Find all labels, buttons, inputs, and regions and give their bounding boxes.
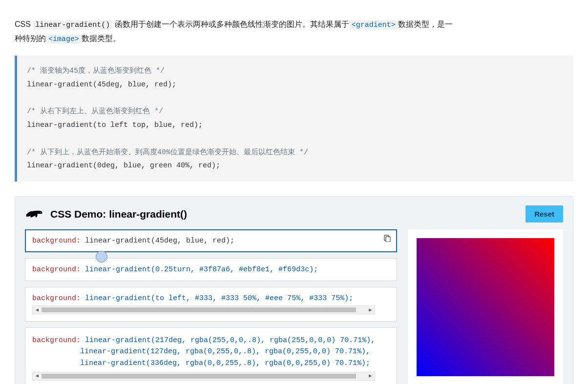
demo-header: CSS Demo: linear-gradient() Reset xyxy=(25,205,563,222)
c4-l1args: (217deg, rgba(255,0,0,.8), rgba(255,0,0,… xyxy=(151,336,375,344)
c1-prop: background: xyxy=(32,237,81,245)
c2-prop: background: xyxy=(32,265,81,274)
cb-l1: linear-gradient(45deg, blue, red); xyxy=(27,81,176,89)
c1-fn: linear-gradient xyxy=(85,237,151,245)
choice-3[interactable]: background: linear-gradient(to left, #33… xyxy=(25,287,397,322)
preview-pane xyxy=(408,229,563,384)
scroll-right-icon[interactable]: ▶ xyxy=(366,372,375,380)
syntax-code-block: /* 渐变轴为45度，从蓝色渐变到红色 */ linear-gradient(4… xyxy=(15,56,573,182)
scroll-left-icon[interactable]: ◀ xyxy=(33,372,42,380)
dino-logo-icon xyxy=(25,208,43,221)
gradient-type-link[interactable]: <gradient> xyxy=(349,20,398,30)
cursor-indicator xyxy=(96,251,107,263)
c4-l2args: (127deg, rgba(0,255,0,.8), rgba(0,255,0,… xyxy=(146,347,370,356)
demo-title: CSS Demo: linear-gradient() xyxy=(50,208,187,220)
intro-pre: CSS xyxy=(15,20,33,28)
c2-fn: linear-gradient xyxy=(85,265,151,274)
image-type-link[interactable]: <image> xyxy=(46,35,82,44)
h-scrollbar-3[interactable]: ◀ ▶ xyxy=(32,305,375,314)
svg-rect-1 xyxy=(386,237,390,242)
cb-c3: /* 从下到上，从蓝色开始渐变、到高度40%位置是绿色渐变开始、最后以红色结束 … xyxy=(27,148,308,157)
scroll-thumb[interactable] xyxy=(42,374,356,379)
c3-fn: linear-gradient xyxy=(85,294,151,303)
reset-button[interactable]: Reset xyxy=(525,205,563,222)
cb-c2: /* 从右下到左上、从蓝色渐变到红色 */ xyxy=(27,107,163,116)
c3-prop: background: xyxy=(32,294,81,303)
demo-panel: CSS Demo: linear-gradient() Reset backgr… xyxy=(15,196,573,384)
c4-l3args: (336deg, rgba(0,0,255,.8), rgba(0,0,255,… xyxy=(146,359,370,367)
c2-args: (0.25turn, #3f87a6, #ebf8e1, #f69d3c); xyxy=(151,265,318,274)
intro-paragraph: CSS linear-gradient() 函数用于创建一个表示两种或多种颜色线… xyxy=(15,18,454,46)
scroll-thumb[interactable] xyxy=(42,307,356,312)
c4-l1fn: linear-gradient xyxy=(85,336,151,344)
func-code: linear-gradient() xyxy=(33,20,112,30)
c4-l2fn: linear-gradient xyxy=(80,347,146,356)
c4-prop: background: xyxy=(32,336,81,344)
intro-m3: 数据类型。 xyxy=(82,34,121,42)
gradient-swatch xyxy=(417,238,554,376)
c3-args: (to left, #333, #333 50%, #eee 75%, #333… xyxy=(151,294,353,303)
cb-c1: /* 渐变轴为45度，从蓝色渐变到红色 */ xyxy=(27,67,165,75)
choice-2[interactable]: background: linear-gradient(0.25turn, #3… xyxy=(25,258,397,281)
c4-l3fn: linear-gradient xyxy=(80,359,146,367)
copy-icon[interactable] xyxy=(383,234,391,242)
c1-args: (45deg, blue, red); xyxy=(151,237,234,245)
choices-column: background: linear-gradient(45deg, blue,… xyxy=(25,229,397,384)
intro-m1: 函数用于创建一个表示两种或多种颜色线性渐变的图片。其结果属于 xyxy=(112,20,349,28)
choice-4[interactable]: background: linear-gradient(217deg, rgba… xyxy=(25,327,397,384)
choice-1[interactable]: background: linear-gradient(45deg, blue,… xyxy=(25,229,397,252)
scroll-left-icon[interactable]: ◀ xyxy=(33,307,42,313)
h-scrollbar-4[interactable]: ◀ ▶ xyxy=(32,372,375,381)
scroll-right-icon[interactable]: ▶ xyxy=(366,307,375,313)
cb-l3: linear-gradient(0deg, blue, green 40%, r… xyxy=(27,162,220,170)
cb-l2: linear-gradient(to left top, blue, red); xyxy=(27,121,203,129)
